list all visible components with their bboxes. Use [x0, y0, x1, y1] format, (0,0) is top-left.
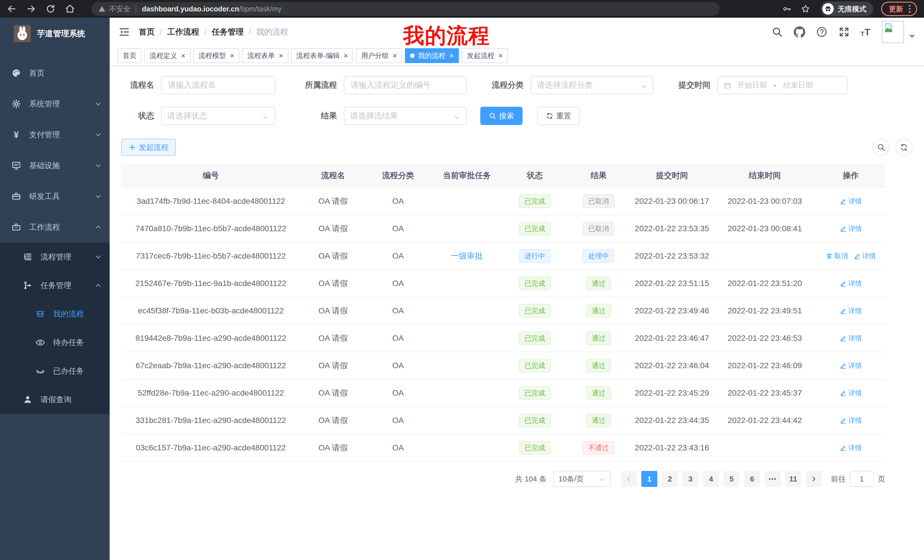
result-select[interactable]: 请选择流结果 — [344, 107, 466, 125]
fullscreen-icon[interactable] — [838, 26, 850, 38]
sidebar-item-payment[interactable]: ¥ 支付管理 — [0, 119, 110, 150]
breadcrumb-item[interactable]: 任务管理 — [212, 27, 244, 37]
sidebar-item-workflow[interactable]: 工作流程 — [0, 212, 110, 243]
detail-link[interactable]: 详情 — [840, 279, 862, 288]
browser-menu-icon[interactable] — [908, 4, 912, 14]
table-row: 819442e8-7b9a-11ec-a290-acde48001122 OA … — [121, 325, 885, 352]
tab[interactable]: 首页 — [118, 48, 142, 63]
close-icon[interactable]: × — [498, 52, 502, 59]
detail-link[interactable]: 详情 — [840, 443, 862, 452]
page-button[interactable]: 5 — [723, 471, 740, 487]
close-icon[interactable]: × — [230, 52, 234, 59]
close-icon[interactable]: × — [393, 52, 397, 59]
end-time-cell: 2022-01-22 23:46:09 — [713, 352, 816, 379]
detail-link[interactable]: 详情 — [840, 388, 862, 398]
page-button[interactable]: 4 — [703, 471, 719, 487]
next-page-button[interactable] — [806, 471, 822, 487]
close-icon[interactable]: × — [344, 52, 348, 59]
process-category-cell: OA — [366, 407, 430, 434]
sidebar-item-home[interactable]: 首页 — [0, 58, 110, 88]
refresh-table-button[interactable] — [896, 139, 913, 156]
sidebar-item-devtools[interactable]: 研发工具 — [0, 181, 110, 212]
status-select[interactable]: 请选择状态 — [161, 107, 275, 125]
end-time-cell — [713, 243, 816, 270]
search-button[interactable]: 搜索 — [480, 107, 522, 125]
sidebar-item-todo-tasks[interactable]: 待办任务 — [0, 328, 110, 357]
page-button[interactable]: 3 — [682, 471, 698, 487]
cancel-link[interactable]: 取消 — [826, 252, 848, 261]
end-time-cell: 2022-01-23 00:07:03 — [713, 188, 816, 215]
sidebar-item-leave-query[interactable]: 请假查询 — [0, 385, 110, 414]
category-select[interactable]: 请选择流程分类 — [531, 76, 653, 94]
detail-link[interactable]: 详情 — [840, 334, 862, 343]
home-icon[interactable] — [65, 4, 75, 14]
detail-link[interactable]: 详情 — [840, 306, 862, 315]
tab[interactable]: 发起流程 × — [462, 48, 508, 63]
page-button[interactable]: 2 — [662, 471, 678, 487]
sidebar-item-done-tasks[interactable]: 已办任务 — [0, 357, 110, 385]
breadcrumb-item[interactable]: 首页 — [139, 27, 155, 37]
pagination: 共 104 条 10条/页 1 2 3 4 5 6 ••• 11 前往 页 — [121, 471, 885, 487]
sidebar-item-task-mgmt[interactable]: 任务管理 — [0, 271, 110, 300]
reload-icon[interactable] — [46, 4, 56, 14]
toggle-search-button[interactable] — [873, 139, 890, 156]
tree-list-icon — [23, 252, 33, 262]
close-icon[interactable]: × — [181, 52, 185, 59]
edit-icon — [840, 280, 847, 287]
tab[interactable]: 我的流程 × — [405, 48, 459, 63]
sidebar-item-my-process[interactable]: 我的流程 — [0, 300, 110, 328]
close-icon[interactable]: × — [279, 52, 283, 59]
caret-down-icon[interactable] — [909, 35, 915, 38]
sidebar-fold-icon[interactable] — [119, 27, 130, 37]
github-icon[interactable] — [794, 26, 805, 38]
process-name-input[interactable] — [161, 76, 275, 94]
tab[interactable]: 用户分组 × — [356, 48, 402, 63]
detail-link[interactable]: 详情 — [840, 224, 862, 233]
font-size-icon[interactable]: TT — [861, 27, 870, 38]
process-definition-input[interactable] — [344, 76, 466, 94]
avatar[interactable] — [882, 21, 904, 43]
detail-link[interactable]: 详情 — [840, 197, 862, 206]
back-icon[interactable] — [7, 4, 16, 14]
current-task-link[interactable]: 一级审批 — [451, 251, 483, 262]
detail-link[interactable]: 详情 — [840, 416, 862, 425]
gear-icon — [11, 99, 21, 109]
page-button[interactable]: 6 — [744, 471, 760, 487]
update-button[interactable]: 更新 — [881, 2, 917, 16]
search-icon[interactable] — [771, 26, 783, 38]
create-process-button[interactable]: 发起流程 — [121, 139, 176, 156]
goto-page-input[interactable] — [850, 471, 874, 487]
tab[interactable]: 流程定义 × — [144, 48, 190, 63]
tab[interactable]: 流程表单-编辑 × — [291, 48, 353, 63]
end-date-placeholder: 结束日期 — [783, 80, 813, 90]
breadcrumb-item[interactable]: 工作流程 — [167, 27, 199, 37]
detail-link[interactable]: 详情 — [840, 361, 862, 370]
detail-label: 详情 — [862, 252, 876, 261]
more-pages-icon[interactable]: ••• — [765, 471, 781, 487]
page-button[interactable]: 1 — [641, 471, 657, 487]
help-icon[interactable] — [816, 26, 828, 38]
tab[interactable]: 流程表单 × — [242, 48, 288, 63]
end-time-cell: 2022-01-22 23:46:53 — [713, 325, 816, 352]
bookmark-star-icon[interactable] — [801, 4, 810, 14]
detail-link[interactable]: 详情 — [854, 252, 876, 261]
close-icon[interactable]: × — [449, 52, 454, 59]
sidebar-item-process-mgmt[interactable]: 流程管理 — [0, 243, 110, 271]
submit-time-range-picker[interactable]: 开始日期 - 结束日期 — [717, 76, 848, 94]
trash-icon — [826, 253, 832, 259]
warning-icon — [98, 5, 106, 13]
app-logo — [14, 25, 31, 42]
tab[interactable]: 流程模型 × — [193, 48, 239, 63]
page: 不安全 dashboard.yudao.iocoder.cn/bpm/task/… — [0, 0, 924, 560]
page-button[interactable]: 11 — [785, 471, 801, 487]
tab-label: 首页 — [123, 51, 136, 60]
page-size-select[interactable]: 10条/页 — [554, 471, 610, 487]
forward-icon[interactable] — [26, 4, 36, 14]
security-label[interactable]: 不安全 — [109, 4, 130, 14]
prev-page-button[interactable] — [621, 471, 637, 487]
sidebar-item-system[interactable]: 系统管理 — [0, 88, 110, 119]
address-bar[interactable]: 不安全 dashboard.yudao.iocoder.cn/bpm/task/… — [92, 2, 720, 16]
key-icon[interactable] — [782, 4, 792, 14]
sidebar-item-infra[interactable]: 基础设施 — [0, 150, 110, 181]
reset-button[interactable]: 重置 — [537, 107, 580, 125]
